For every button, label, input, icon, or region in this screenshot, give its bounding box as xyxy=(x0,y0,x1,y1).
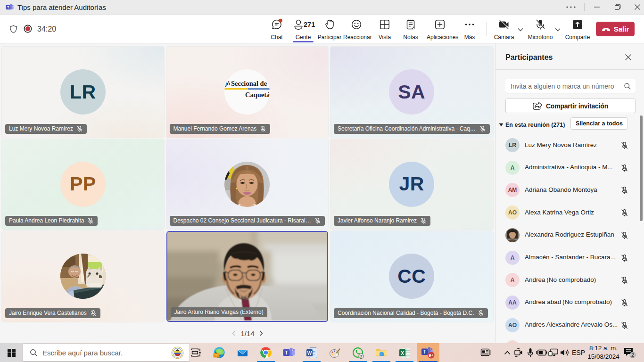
svg-text:T: T xyxy=(7,5,9,9)
svg-text:7: 7 xyxy=(360,354,362,359)
svg-text:9+: 9+ xyxy=(429,353,433,358)
svg-text:X: X xyxy=(401,350,404,355)
svg-text:271: 271 xyxy=(304,21,315,28)
svg-text:W: W xyxy=(307,350,312,355)
svg-text:T: T xyxy=(423,349,426,354)
svg-text:T: T xyxy=(285,350,288,355)
svg-text:jó: jó xyxy=(224,80,230,87)
svg-text:2: 2 xyxy=(631,352,634,358)
svg-text:Seccional de: Seccional de xyxy=(231,80,267,87)
svg-text:Caquetá: Caquetá xyxy=(245,91,270,99)
